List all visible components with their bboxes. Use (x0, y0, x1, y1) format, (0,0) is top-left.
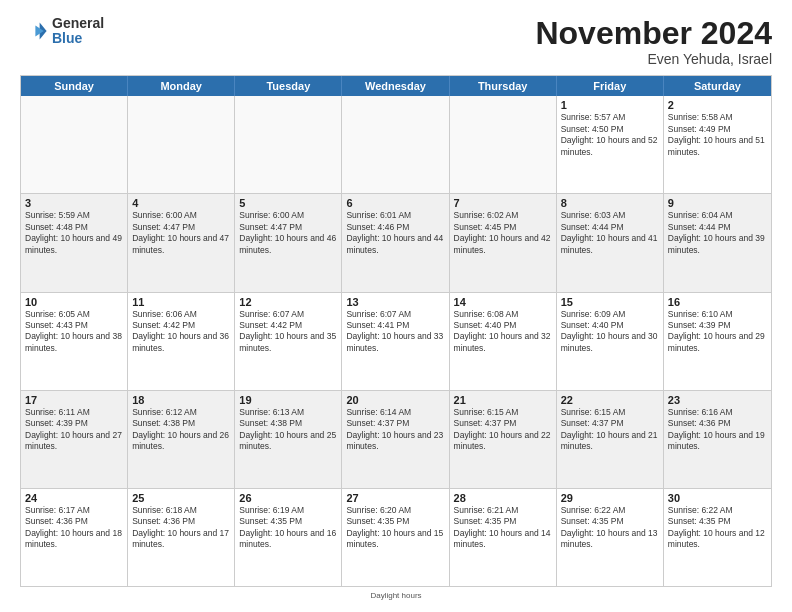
day-number: 16 (668, 296, 767, 308)
day-number: 1 (561, 99, 659, 111)
day-info: Sunrise: 5:58 AM Sunset: 4:49 PM Dayligh… (668, 112, 767, 158)
header-day-tuesday: Tuesday (235, 76, 342, 96)
empty-cell (450, 96, 557, 193)
day-number: 12 (239, 296, 337, 308)
day-cell-9: 9Sunrise: 6:04 AM Sunset: 4:44 PM Daylig… (664, 194, 771, 291)
day-info: Sunrise: 6:10 AM Sunset: 4:39 PM Dayligh… (668, 309, 767, 355)
day-cell-18: 18Sunrise: 6:12 AM Sunset: 4:38 PM Dayli… (128, 391, 235, 488)
day-info: Sunrise: 6:17 AM Sunset: 4:36 PM Dayligh… (25, 505, 123, 551)
day-number: 27 (346, 492, 444, 504)
day-cell-24: 24Sunrise: 6:17 AM Sunset: 4:36 PM Dayli… (21, 489, 128, 586)
day-number: 15 (561, 296, 659, 308)
header-day-saturday: Saturday (664, 76, 771, 96)
day-number: 4 (132, 197, 230, 209)
day-cell-25: 25Sunrise: 6:18 AM Sunset: 4:36 PM Dayli… (128, 489, 235, 586)
calendar-row-1: 1Sunrise: 5:57 AM Sunset: 4:50 PM Daylig… (21, 96, 771, 193)
day-number: 19 (239, 394, 337, 406)
day-cell-7: 7Sunrise: 6:02 AM Sunset: 4:45 PM Daylig… (450, 194, 557, 291)
location: Even Yehuda, Israel (535, 51, 772, 67)
day-info: Sunrise: 6:09 AM Sunset: 4:40 PM Dayligh… (561, 309, 659, 355)
day-info: Sunrise: 6:01 AM Sunset: 4:46 PM Dayligh… (346, 210, 444, 256)
calendar-body: 1Sunrise: 5:57 AM Sunset: 4:50 PM Daylig… (21, 96, 771, 586)
day-cell-14: 14Sunrise: 6:08 AM Sunset: 4:40 PM Dayli… (450, 293, 557, 390)
day-info: Sunrise: 6:07 AM Sunset: 4:42 PM Dayligh… (239, 309, 337, 355)
day-info: Sunrise: 6:08 AM Sunset: 4:40 PM Dayligh… (454, 309, 552, 355)
day-number: 23 (668, 394, 767, 406)
day-info: Sunrise: 5:57 AM Sunset: 4:50 PM Dayligh… (561, 112, 659, 158)
day-info: Sunrise: 6:14 AM Sunset: 4:37 PM Dayligh… (346, 407, 444, 453)
day-number: 25 (132, 492, 230, 504)
day-number: 2 (668, 99, 767, 111)
day-info: Sunrise: 6:13 AM Sunset: 4:38 PM Dayligh… (239, 407, 337, 453)
day-info: Sunrise: 6:22 AM Sunset: 4:35 PM Dayligh… (668, 505, 767, 551)
day-info: Sunrise: 6:12 AM Sunset: 4:38 PM Dayligh… (132, 407, 230, 453)
day-cell-30: 30Sunrise: 6:22 AM Sunset: 4:35 PM Dayli… (664, 489, 771, 586)
day-number: 30 (668, 492, 767, 504)
calendar-row-4: 17Sunrise: 6:11 AM Sunset: 4:39 PM Dayli… (21, 390, 771, 488)
day-number: 22 (561, 394, 659, 406)
day-cell-12: 12Sunrise: 6:07 AM Sunset: 4:42 PM Dayli… (235, 293, 342, 390)
day-cell-13: 13Sunrise: 6:07 AM Sunset: 4:41 PM Dayli… (342, 293, 449, 390)
day-cell-6: 6Sunrise: 6:01 AM Sunset: 4:46 PM Daylig… (342, 194, 449, 291)
day-cell-19: 19Sunrise: 6:13 AM Sunset: 4:38 PM Dayli… (235, 391, 342, 488)
day-cell-10: 10Sunrise: 6:05 AM Sunset: 4:43 PM Dayli… (21, 293, 128, 390)
day-info: Sunrise: 6:02 AM Sunset: 4:45 PM Dayligh… (454, 210, 552, 256)
day-info: Sunrise: 6:04 AM Sunset: 4:44 PM Dayligh… (668, 210, 767, 256)
day-cell-11: 11Sunrise: 6:06 AM Sunset: 4:42 PM Dayli… (128, 293, 235, 390)
day-number: 9 (668, 197, 767, 209)
day-info: Sunrise: 6:22 AM Sunset: 4:35 PM Dayligh… (561, 505, 659, 551)
day-cell-17: 17Sunrise: 6:11 AM Sunset: 4:39 PM Dayli… (21, 391, 128, 488)
empty-cell (21, 96, 128, 193)
day-cell-29: 29Sunrise: 6:22 AM Sunset: 4:35 PM Dayli… (557, 489, 664, 586)
day-info: Sunrise: 6:00 AM Sunset: 4:47 PM Dayligh… (239, 210, 337, 256)
day-info: Sunrise: 6:21 AM Sunset: 4:35 PM Dayligh… (454, 505, 552, 551)
day-info: Sunrise: 6:11 AM Sunset: 4:39 PM Dayligh… (25, 407, 123, 453)
logo-text: General Blue (52, 16, 104, 47)
day-number: 14 (454, 296, 552, 308)
day-info: Sunrise: 5:59 AM Sunset: 4:48 PM Dayligh… (25, 210, 123, 256)
page: General Blue November 2024 Even Yehuda, … (0, 0, 792, 612)
calendar-row-2: 3Sunrise: 5:59 AM Sunset: 4:48 PM Daylig… (21, 193, 771, 291)
day-cell-21: 21Sunrise: 6:15 AM Sunset: 4:37 PM Dayli… (450, 391, 557, 488)
day-info: Sunrise: 6:00 AM Sunset: 4:47 PM Dayligh… (132, 210, 230, 256)
day-info: Sunrise: 6:19 AM Sunset: 4:35 PM Dayligh… (239, 505, 337, 551)
day-number: 17 (25, 394, 123, 406)
day-number: 7 (454, 197, 552, 209)
header: General Blue November 2024 Even Yehuda, … (20, 16, 772, 67)
empty-cell (342, 96, 449, 193)
day-cell-8: 8Sunrise: 6:03 AM Sunset: 4:44 PM Daylig… (557, 194, 664, 291)
day-info: Sunrise: 6:15 AM Sunset: 4:37 PM Dayligh… (454, 407, 552, 453)
day-number: 6 (346, 197, 444, 209)
day-cell-23: 23Sunrise: 6:16 AM Sunset: 4:36 PM Dayli… (664, 391, 771, 488)
logo-blue: Blue (52, 31, 104, 46)
day-info: Sunrise: 6:15 AM Sunset: 4:37 PM Dayligh… (561, 407, 659, 453)
empty-cell (235, 96, 342, 193)
day-cell-15: 15Sunrise: 6:09 AM Sunset: 4:40 PM Dayli… (557, 293, 664, 390)
header-day-sunday: Sunday (21, 76, 128, 96)
day-info: Sunrise: 6:16 AM Sunset: 4:36 PM Dayligh… (668, 407, 767, 453)
day-info: Sunrise: 6:06 AM Sunset: 4:42 PM Dayligh… (132, 309, 230, 355)
header-day-thursday: Thursday (450, 76, 557, 96)
header-day-wednesday: Wednesday (342, 76, 449, 96)
day-info: Sunrise: 6:20 AM Sunset: 4:35 PM Dayligh… (346, 505, 444, 551)
day-cell-5: 5Sunrise: 6:00 AM Sunset: 4:47 PM Daylig… (235, 194, 342, 291)
logo-general: General (52, 16, 104, 31)
day-number: 20 (346, 394, 444, 406)
header-day-friday: Friday (557, 76, 664, 96)
day-cell-20: 20Sunrise: 6:14 AM Sunset: 4:37 PM Dayli… (342, 391, 449, 488)
footer-note: Daylight hours (20, 591, 772, 600)
logo: General Blue (20, 16, 104, 47)
day-number: 29 (561, 492, 659, 504)
day-number: 28 (454, 492, 552, 504)
day-info: Sunrise: 6:07 AM Sunset: 4:41 PM Dayligh… (346, 309, 444, 355)
day-cell-4: 4Sunrise: 6:00 AM Sunset: 4:47 PM Daylig… (128, 194, 235, 291)
day-cell-3: 3Sunrise: 5:59 AM Sunset: 4:48 PM Daylig… (21, 194, 128, 291)
day-number: 5 (239, 197, 337, 209)
day-number: 11 (132, 296, 230, 308)
title-block: November 2024 Even Yehuda, Israel (535, 16, 772, 67)
day-info: Sunrise: 6:05 AM Sunset: 4:43 PM Dayligh… (25, 309, 123, 355)
calendar: SundayMondayTuesdayWednesdayThursdayFrid… (20, 75, 772, 587)
day-info: Sunrise: 6:03 AM Sunset: 4:44 PM Dayligh… (561, 210, 659, 256)
day-cell-16: 16Sunrise: 6:10 AM Sunset: 4:39 PM Dayli… (664, 293, 771, 390)
day-number: 13 (346, 296, 444, 308)
